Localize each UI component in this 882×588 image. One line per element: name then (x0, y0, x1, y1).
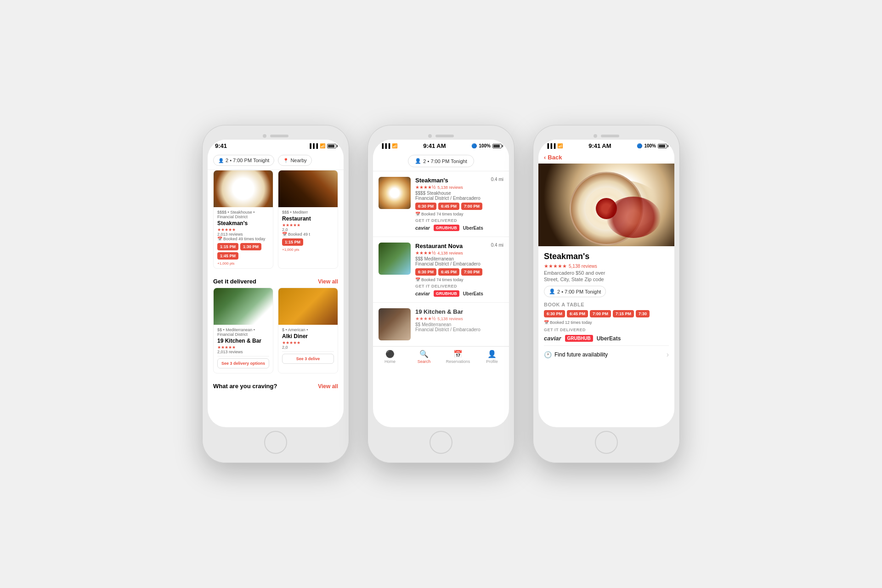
slot-1-2[interactable]: 1:30 PM (240, 243, 261, 250)
view-all-delivery[interactable]: View all (318, 278, 338, 285)
restaurant-card-4[interactable]: $ • American • Alki Diner ★★★★★ 2,0 See … (278, 288, 338, 373)
status-icons-3: ▐▐▐ 📶 (546, 143, 563, 148)
slot-2-1[interactable]: 1:15 PM (282, 238, 303, 246)
home-icon: ⚫ (385, 350, 395, 358)
card-stars-4: ★★★★★ (282, 340, 334, 345)
see-delivery-btn-4[interactable]: See 3 delive (282, 354, 334, 364)
result-rating-2: ★★★★½ 4,138 reviews (415, 250, 486, 255)
detail-filter: 👤 2 • 7:00 PM Tonight (544, 286, 669, 297)
ubereats-logo-2[interactable]: UberEats (463, 291, 483, 296)
card-row-2: $$ • Mediterranean • Financial District … (213, 288, 338, 373)
ubereats-logo-1[interactable]: UberEats (463, 226, 483, 231)
status-bar-2: ▐▐▐ 📶 9:41 AM 🔵 100% (373, 140, 509, 151)
status-icons-1: ▐▐▐ 📶 (308, 143, 336, 148)
restaurant-card-1[interactable]: $$$$ • Steakhouse • Financial District S… (213, 170, 273, 269)
hero-food-img (538, 164, 674, 246)
result-slot-2-2[interactable]: 6:45 PM (438, 268, 459, 276)
person-icon-3: 👤 (549, 288, 555, 294)
restaurant-card-3[interactable]: $$ • Mediterranean • Financial District … (213, 288, 273, 373)
result-slot-1-3[interactable]: 7:00 PM (461, 203, 482, 210)
result-dist-1: 0.4 mi (491, 177, 503, 182)
profile-icon-nav: 👤 (487, 350, 497, 358)
result-stars-2: ★★★★½ (415, 250, 435, 255)
card-booked-2: 📅 Booked 49 t (282, 232, 334, 237)
battery-icon-2 (492, 144, 502, 148)
detail-slot-5[interactable]: 7:30 (636, 310, 650, 317)
signal-icon-3: ▐▐▐ (546, 143, 555, 148)
detail-slot-4[interactable]: 7:15 PM (613, 310, 634, 317)
person-icon-2: 👤 (415, 158, 421, 164)
caviar-logo-2[interactable]: caviar (415, 291, 430, 296)
grubhub-logo-detail[interactable]: GRUBHUB (565, 335, 593, 342)
nav-home-label: Home (384, 359, 396, 364)
card-img-2 (278, 170, 338, 207)
status-icons-2b: 🔵 100% (471, 143, 502, 148)
search-filter-pill-2[interactable]: 👤 2 • 7:00 PM Tonight (408, 155, 474, 167)
grubhub-logo-2[interactable]: GRUBHUB (434, 290, 459, 297)
detail-content: Steakman's ★★★★★ 5,138 reviews Embarcade… (538, 246, 674, 369)
location-filter-1[interactable]: 📍 Nearby (278, 155, 311, 166)
card-stars-3: ★★★★★ (217, 345, 269, 350)
see-delivery-btn-3[interactable]: See 3 delivery options (217, 358, 269, 368)
results-list: Steakman's ★★★★½ 5,138 reviews $$$$ Stea… (373, 171, 509, 346)
restaurant-section-1: $$$$ • Steakhouse • Financial District S… (208, 170, 344, 392)
party-filter-1[interactable]: 👤 2 • 7:00 PM Tonight (213, 155, 274, 166)
result-slot-1-2[interactable]: 6:45 PM (438, 203, 459, 210)
result-item-2[interactable]: Restaurant Nova ★★★★½ 4,138 reviews $$$ … (373, 237, 509, 303)
slot-1-1[interactable]: 1:15 PM (217, 243, 238, 250)
restaurant-card-2[interactable]: $$$ • Mediterr Restaurant ★★★★★ 2,0 📅 Bo… (278, 170, 338, 269)
caviar-logo-detail[interactable]: caviar (544, 335, 561, 342)
ubereats-logo-detail[interactable]: UberEats (597, 335, 621, 342)
grubhub-logo-1[interactable]: GRUBHUB (434, 225, 459, 231)
result-item-1[interactable]: Steakman's ★★★★½ 5,138 reviews $$$$ Stea… (373, 171, 509, 237)
result-loc-2: Financial District / Embarcadero (415, 261, 486, 266)
card-reviews-4: 2,0 (282, 345, 334, 350)
slot-1-3[interactable]: 1:45 PM (217, 252, 238, 260)
result-item-3[interactable]: 19 Kitchen & Bar ★★★★½ 5,138 reviews $$ … (373, 303, 509, 346)
card-info-4: $ • American • Alki Diner ★★★★★ 2,0 See … (278, 325, 338, 368)
caviar-logo-1[interactable]: caviar (415, 225, 430, 231)
detail-party-filter[interactable]: 👤 2 • 7:00 PM Tonight (544, 286, 606, 297)
time-slots-2: 1:15 PM (282, 238, 334, 246)
nav-search[interactable]: 🔍 Search (407, 350, 441, 364)
future-avail-content: 🕐 Find future availability (544, 351, 608, 358)
home-button-2[interactable] (430, 431, 452, 454)
book-table-title: BOOK A TABLE (544, 302, 669, 307)
battery-icon-3 (658, 144, 667, 148)
craving-section-header: What are you craving? View all (213, 378, 338, 392)
card-booked-1: 📅 Booked 49 times today (217, 237, 269, 241)
home-button-3[interactable] (595, 431, 618, 454)
status-time-3: 9:41 AM (588, 142, 611, 149)
phone-3-notch (594, 134, 619, 138)
result-booked-2: 📅 Booked 74 times today (415, 277, 486, 282)
phone-1-notch (263, 134, 288, 138)
back-button[interactable]: ‹ Back (538, 151, 674, 164)
result-slot-2-1[interactable]: 6:30 PM (415, 268, 436, 276)
wifi-icon-3: 📶 (557, 143, 563, 148)
detail-slot-2[interactable]: 6:45 PM (567, 310, 588, 317)
home-button-1[interactable] (264, 431, 287, 454)
delivery-options-3: See 3 delivery options (217, 356, 269, 370)
detail-slot-1[interactable]: 6:30 PM (544, 310, 565, 317)
detail-slot-3[interactable]: 7:00 PM (590, 310, 611, 317)
nav-reservations[interactable]: 📅 Reservations (441, 350, 475, 364)
speaker (270, 135, 288, 137)
nav-home[interactable]: ⚫ Home (373, 350, 407, 364)
detail-meta-1: Embarcadero $50 and over (544, 270, 669, 276)
view-all-craving[interactable]: View all (318, 383, 338, 390)
result-slot-1-1[interactable]: 6:30 PM (415, 203, 436, 210)
card-stars-1: ★★★★★ (217, 227, 269, 232)
card-img-4 (278, 288, 338, 325)
result-slot-2-3[interactable]: 7:00 PM (461, 268, 482, 276)
phone-1-screen: 9:41 ▐▐▐ 📶 👤 2 • 7:00 PM Tonight 📍 (208, 140, 344, 427)
nav-reservations-label: Reservations (446, 359, 470, 364)
nav-profile[interactable]: 👤 Profile (475, 350, 509, 364)
camera-icon (263, 134, 266, 138)
detail-filter-label: 2 • 7:00 PM Tonight (557, 289, 601, 294)
phone-2: ▐▐▐ 📶 9:41 AM 🔵 100% 👤 2 (368, 125, 514, 463)
status-time-1: 9:41 (215, 142, 227, 149)
phone-2-top (373, 130, 509, 140)
bluetooth-icon-3: 🔵 (637, 143, 642, 148)
future-avail[interactable]: 🕐 Find future availability › (544, 345, 669, 363)
result-loc-1: Financial District / Embarcadero (415, 196, 486, 201)
